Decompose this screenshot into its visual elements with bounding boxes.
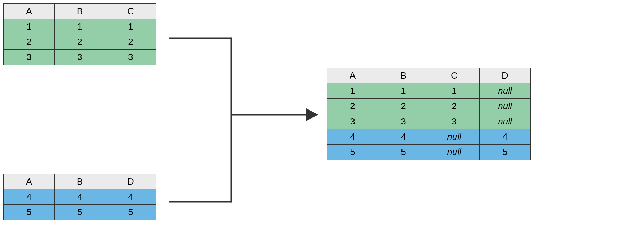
null-cell: null xyxy=(480,83,531,99)
merge-arrow-icon xyxy=(169,35,318,205)
table-row: 5 5 5 xyxy=(4,205,156,220)
data-cell: 3 xyxy=(378,114,429,129)
table-header-row: A B D xyxy=(4,174,156,189)
header-cell: D xyxy=(105,174,156,189)
header-cell: A xyxy=(327,68,378,83)
header-cell: C xyxy=(429,68,480,83)
header-cell: D xyxy=(480,68,531,83)
table-row: 4 4 null 4 xyxy=(327,129,531,145)
data-cell: 5 xyxy=(55,205,105,220)
data-cell: 1 xyxy=(429,83,480,99)
header-cell: A xyxy=(4,4,55,19)
header-cell: A xyxy=(4,174,55,189)
table-row: 1 1 1 xyxy=(4,19,156,34)
data-cell: 5 xyxy=(327,145,378,160)
data-cell: 2 xyxy=(327,99,378,114)
null-cell: null xyxy=(480,99,531,114)
data-cell: 5 xyxy=(378,145,429,160)
data-cell: 4 xyxy=(480,129,531,145)
data-cell: 2 xyxy=(4,34,55,50)
header-cell: B xyxy=(55,174,105,189)
table-header-row: A B C D xyxy=(327,68,531,83)
data-cell: 1 xyxy=(327,83,378,99)
svg-marker-4 xyxy=(306,108,318,121)
data-cell: 3 xyxy=(55,50,105,65)
input-table-2: A B D 4 4 4 5 5 5 xyxy=(3,174,156,220)
data-cell: 3 xyxy=(4,50,55,65)
data-cell: 5 xyxy=(480,145,531,160)
data-cell: 3 xyxy=(105,50,156,65)
table-row: 3 3 3 null xyxy=(327,114,531,129)
header-cell: C xyxy=(105,4,156,19)
data-cell: 1 xyxy=(105,19,156,34)
table-row: 3 3 3 xyxy=(4,50,156,65)
concat-diagram: A B C 1 1 1 2 2 2 3 3 3 xyxy=(0,0,644,244)
input-table-1: A B C 1 1 1 2 2 2 3 3 3 xyxy=(3,3,156,65)
output-table: A B C D 1 1 1 null 2 2 2 null 3 3 3 xyxy=(327,68,531,160)
data-cell: 1 xyxy=(55,19,105,34)
null-cell: null xyxy=(429,145,480,160)
data-cell: 2 xyxy=(378,99,429,114)
data-cell: 2 xyxy=(429,99,480,114)
table-row: 2 2 2 null xyxy=(327,99,531,114)
table-header-row: A B C xyxy=(4,4,156,19)
data-cell: 3 xyxy=(429,114,480,129)
data-cell: 4 xyxy=(105,189,156,205)
null-cell: null xyxy=(480,114,531,129)
header-cell: B xyxy=(378,68,429,83)
data-cell: 5 xyxy=(105,205,156,220)
table-row: 2 2 2 xyxy=(4,34,156,50)
data-cell: 2 xyxy=(105,34,156,50)
data-cell: 1 xyxy=(4,19,55,34)
data-cell: 5 xyxy=(4,205,55,220)
data-cell: 1 xyxy=(378,83,429,99)
data-cell: 2 xyxy=(55,34,105,50)
data-cell: 4 xyxy=(4,189,55,205)
data-cell: 4 xyxy=(327,129,378,145)
data-cell: 4 xyxy=(55,189,105,205)
data-cell: 4 xyxy=(378,129,429,145)
data-cell: 3 xyxy=(327,114,378,129)
table-row: 1 1 1 null xyxy=(327,83,531,99)
table-row: 5 5 null 5 xyxy=(327,145,531,160)
table-row: 4 4 4 xyxy=(4,189,156,205)
header-cell: B xyxy=(55,4,105,19)
null-cell: null xyxy=(429,129,480,145)
